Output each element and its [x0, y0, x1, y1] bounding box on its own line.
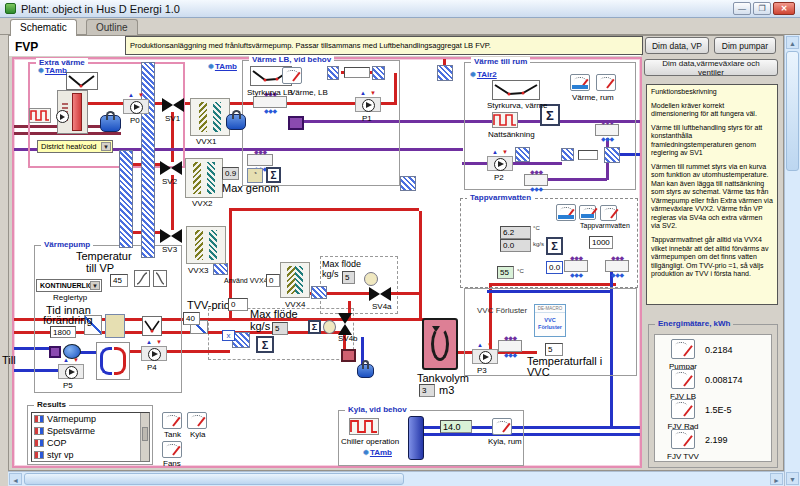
tair2-link[interactable]: ❅TAir2 [470, 70, 497, 79]
tab-outline[interactable]: Outline [86, 19, 138, 35]
pump-p0[interactable] [123, 99, 149, 114]
storage-tank[interactable] [422, 318, 458, 370]
scroll-thumb[interactable] [786, 51, 799, 171]
pump-icon[interactable] [56, 110, 69, 123]
value-field[interactable]: 3 [419, 384, 435, 397]
curve-icon[interactable] [153, 270, 167, 287]
curve-icon[interactable] [66, 72, 98, 90]
gauge-icon [671, 399, 695, 419]
tap-icon[interactable] [605, 260, 629, 272]
gauge-icon [671, 369, 695, 389]
bypass-block[interactable] [344, 67, 370, 78]
purple-node[interactable] [49, 346, 61, 358]
buffer-tank[interactable] [226, 114, 246, 130]
dim-data-vp-button[interactable]: Dim data, VP [645, 37, 709, 54]
value-field[interactable]: 45 [110, 274, 128, 287]
list-item[interactable]: COP [32, 437, 149, 449]
scroll-up-icon[interactable]: ▲ [786, 36, 799, 49]
radiator-icon[interactable] [524, 174, 548, 186]
heat-exchanger-vvx3[interactable] [186, 226, 226, 264]
controller-block[interactable] [105, 314, 125, 338]
heat-exchanger-vvx4[interactable] [280, 262, 310, 298]
tab-schematic[interactable]: Schematic [10, 19, 77, 36]
value-field[interactable]: 0.0 [500, 239, 531, 252]
chevron-down-icon[interactable]: ▼ [101, 142, 111, 151]
pump-p3[interactable] [472, 349, 498, 364]
value-field[interactable]: 1000 [589, 236, 613, 249]
tamb-link[interactable]: ❅TAmb [38, 66, 67, 75]
close-icon[interactable]: ✕ [773, 2, 795, 15]
controller-block[interactable]: ◔ [247, 168, 263, 183]
heat-exchanger-vvx1[interactable] [190, 98, 230, 136]
value-field[interactable]: 0 [228, 298, 248, 311]
bypass-block[interactable] [578, 150, 598, 160]
value-field[interactable]: 14.0 [440, 420, 472, 433]
vertical-scrollbar[interactable]: ▲ ▼ [784, 35, 800, 486]
maximize-icon[interactable]: ❐ [753, 2, 771, 15]
value-field[interactable]: 55 [497, 266, 514, 279]
square-wave-icon[interactable] [492, 112, 518, 128]
list-item[interactable]: styr vp [32, 449, 149, 461]
valve-sv4a[interactable] [369, 287, 391, 301]
valve-sv2[interactable] [160, 161, 182, 175]
dim-pumpar-button[interactable]: Dim pumpar [714, 37, 776, 54]
kyla-gauge [187, 412, 207, 429]
results-listbox[interactable]: Värmepump Spetsvärme COP styr vp [31, 412, 150, 462]
curve-icon[interactable] [142, 316, 162, 336]
valve-sv1[interactable] [162, 98, 184, 112]
square-wave-icon[interactable] [29, 108, 51, 123]
list-scrollbar[interactable] [140, 413, 149, 461]
sum-icon[interactable]: Σ [256, 336, 274, 353]
radiator-icon[interactable] [595, 124, 619, 136]
scroll-right-icon[interactable]: ► [770, 473, 783, 485]
chiller[interactable] [408, 416, 424, 460]
district-dropdown[interactable]: District heat/cold▼ [37, 140, 113, 153]
collector-icon[interactable] [253, 96, 287, 108]
chevron-down-icon[interactable]: ▼ [90, 281, 100, 290]
macro-block[interactable]: DE-MACRO VVC Förluster [534, 304, 566, 337]
buffer-tank[interactable] [100, 115, 121, 132]
clock-icon[interactable] [323, 320, 336, 334]
value-field[interactable]: 6.2 [500, 226, 531, 239]
value-field[interactable]: 5 [342, 271, 355, 284]
clock-icon[interactable] [364, 272, 378, 286]
tap-icon[interactable] [564, 260, 588, 272]
list-item[interactable]: Spetsvärme [32, 425, 149, 437]
sum-icon[interactable]: Σ [266, 167, 281, 183]
tamb-link[interactable]: ❅TAmb [208, 62, 237, 71]
scroll-down-icon[interactable]: ▼ [786, 472, 799, 485]
sum-icon[interactable]: Σ [308, 320, 321, 334]
tamb-link[interactable]: ❅TAmb [363, 448, 392, 457]
list-item[interactable]: Värmepump [32, 413, 149, 425]
horizontal-scrollbar[interactable]: ◄ ► [8, 471, 784, 486]
pump-p4[interactable] [141, 346, 167, 361]
heat-exchanger-vvx2[interactable] [185, 158, 223, 198]
red-node[interactable] [341, 349, 356, 362]
scroll-thumb[interactable] [24, 473, 404, 485]
pump-p2[interactable] [487, 156, 513, 171]
curve-icon[interactable] [134, 270, 150, 287]
value-field[interactable]: 0.0 [546, 261, 563, 274]
pump-p1[interactable] [355, 97, 381, 112]
minimize-icon[interactable]: — [733, 2, 751, 15]
heat-pump[interactable] [96, 342, 130, 380]
collector-icon[interactable] [498, 340, 522, 352]
styrkurva-varme-icon[interactable] [492, 80, 540, 100]
value-field[interactable]: 40 [183, 312, 200, 325]
value-field[interactable]: 1800 [50, 326, 76, 338]
pump-p5[interactable] [58, 364, 84, 379]
sum-icon[interactable]: Σ [546, 237, 563, 255]
collector-icon[interactable] [247, 154, 273, 166]
valve-sv3[interactable] [160, 229, 182, 243]
buffer-tank[interactable] [357, 364, 374, 378]
multiplier-icon[interactable]: x [222, 330, 235, 341]
square-wave-icon[interactable] [349, 418, 379, 435]
valve-sv4b[interactable] [338, 313, 352, 335]
purple-node[interactable] [288, 116, 304, 130]
dim-vvx-button[interactable]: Dim data,värmeväxlare och ventiler [644, 59, 778, 76]
value-field[interactable]: 0.9 [222, 167, 239, 180]
reglertyp-dropdown[interactable]: KONTINUERLIG▼ [36, 279, 102, 292]
value-field[interactable]: 0 [266, 274, 280, 287]
value-field[interactable]: 5 [272, 322, 288, 335]
scroll-left-icon[interactable]: ◄ [9, 473, 22, 485]
